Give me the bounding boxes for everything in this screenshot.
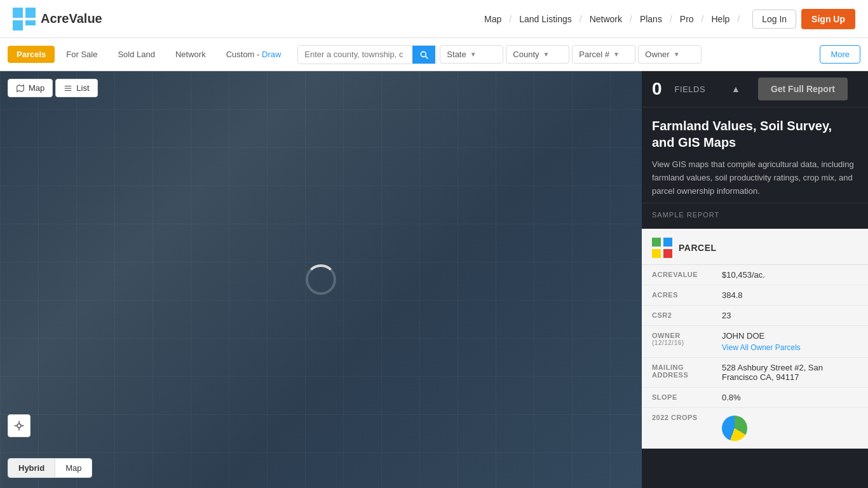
tab-parcels[interactable]: Parcels bbox=[8, 46, 55, 63]
owner-value: JOHN DOE bbox=[722, 331, 801, 341]
csr2-label: CSR2 bbox=[652, 311, 722, 319]
map-icon bbox=[16, 84, 25, 93]
hybrid-button[interactable]: Hybrid bbox=[8, 459, 55, 477]
more-button[interactable]: More bbox=[820, 45, 860, 64]
map-view-label: Map bbox=[29, 83, 44, 93]
acres-row: ACRES 384.8 bbox=[642, 285, 868, 306]
owner-filter-label: Owner bbox=[645, 50, 669, 59]
nav-sep-2: / bbox=[580, 14, 582, 24]
nav-network[interactable]: Network bbox=[585, 11, 627, 27]
location-button[interactable] bbox=[8, 414, 31, 437]
nav-land-listings[interactable]: Land Listings bbox=[514, 11, 577, 27]
fields-count: 0 bbox=[652, 79, 662, 99]
mailing-address-value: 528 Ashbury Street #2, San Francisco CA,… bbox=[722, 363, 858, 382]
svg-rect-14 bbox=[652, 249, 661, 258]
crops-label: 2022 CROPS bbox=[652, 413, 722, 421]
tab-sold-land[interactable]: Sold Land bbox=[109, 46, 164, 63]
csr2-value: 23 bbox=[722, 311, 731, 320]
acres-label: ACRES bbox=[652, 290, 722, 299]
logo-icon bbox=[13, 8, 36, 30]
get-full-report-button[interactable]: Get Full Report bbox=[758, 78, 848, 100]
crosshair-icon bbox=[13, 420, 25, 431]
parcel-filter-label: Parcel # bbox=[579, 50, 609, 59]
state-filter[interactable]: State ▼ bbox=[440, 45, 503, 64]
logo-area: AcreValue bbox=[13, 8, 102, 30]
nav-help[interactable]: Help bbox=[706, 11, 735, 27]
parcel-header-label: PARCEL bbox=[679, 243, 717, 253]
toolbar: Parcels For Sale Sold Land Network Custo… bbox=[0, 38, 868, 71]
loading-spinner bbox=[306, 264, 336, 295]
search-icon bbox=[419, 50, 429, 60]
state-chevron-icon: ▼ bbox=[470, 51, 477, 58]
svg-rect-2 bbox=[13, 20, 23, 30]
acrevalue-label: ACREVALUE bbox=[652, 270, 722, 278]
owner-filter[interactable]: Owner ▼ bbox=[638, 45, 702, 64]
state-filter-label: State bbox=[447, 50, 466, 59]
slope-value: 0.8% bbox=[722, 393, 741, 402]
spinner-animation bbox=[306, 264, 336, 295]
parcel-chevron-icon: ▼ bbox=[613, 51, 620, 58]
tab-custom-draw[interactable]: Custom - Draw bbox=[217, 46, 290, 63]
mailing-address-label: MAILING ADDRESS bbox=[652, 363, 722, 379]
acres-value: 384.8 bbox=[722, 290, 743, 300]
list-view-label: List bbox=[76, 83, 89, 93]
sample-report-label: SAMPLE REPORT bbox=[642, 203, 868, 224]
search-input[interactable] bbox=[298, 46, 412, 63]
acrevalue-row: ACREVALUE $10,453/ac. bbox=[642, 265, 868, 285]
panel-description: View GIS maps that compile agricultural … bbox=[652, 158, 858, 198]
list-view-button[interactable]: List bbox=[55, 79, 97, 97]
login-button[interactable]: Log In bbox=[752, 10, 796, 29]
svg-rect-15 bbox=[663, 249, 672, 258]
crops-pie-chart bbox=[722, 416, 747, 441]
search-box bbox=[297, 45, 437, 64]
svg-rect-3 bbox=[25, 20, 36, 25]
map-view-button[interactable]: Map bbox=[8, 79, 53, 97]
list-icon bbox=[64, 84, 72, 93]
svg-rect-12 bbox=[652, 238, 661, 247]
nav-plans[interactable]: Plans bbox=[635, 11, 667, 27]
county-filter-label: County bbox=[513, 50, 539, 59]
slope-row: SLOPE 0.8% bbox=[642, 388, 868, 408]
nav-sep-6: / bbox=[737, 14, 740, 24]
nav-map[interactable]: Map bbox=[479, 11, 506, 27]
panel-title: Farmland Values, Soil Survey, and GIS Ma… bbox=[652, 118, 858, 151]
nav-sep-1: / bbox=[509, 14, 512, 24]
search-button[interactable] bbox=[412, 46, 435, 64]
view-all-owner-parcels-link[interactable]: View All Owner Parcels bbox=[722, 343, 801, 352]
tab-for-sale[interactable]: For Sale bbox=[57, 46, 106, 63]
owner-chevron-icon: ▼ bbox=[674, 51, 680, 58]
parcel-filter[interactable]: Parcel # ▼ bbox=[572, 45, 635, 64]
slope-label: SLOPE bbox=[652, 393, 722, 401]
right-panel: 0 FIELDS ▲ Get Full Report Farmland Valu… bbox=[642, 71, 868, 488]
logo-text: AcreValue bbox=[41, 11, 102, 26]
parcel-card-header: PARCEL bbox=[642, 229, 868, 265]
custom-label: Custom - bbox=[226, 50, 262, 59]
panel-header: 0 FIELDS ▲ Get Full Report bbox=[642, 71, 868, 107]
nav-sep-3: / bbox=[630, 14, 632, 24]
header: AcreValue Map / Land Listings / Network … bbox=[0, 0, 868, 38]
mailing-address-row: MAILING ADDRESS 528 Ashbury Street #2, S… bbox=[642, 358, 868, 388]
collapse-button[interactable]: ▲ bbox=[731, 84, 740, 94]
county-filter[interactable]: County ▼ bbox=[506, 45, 569, 64]
map-view-controls: Map List bbox=[8, 79, 98, 97]
owner-date: (12/12/16) bbox=[652, 339, 722, 346]
svg-rect-1 bbox=[25, 8, 36, 18]
svg-rect-0 bbox=[13, 8, 23, 18]
owner-row: OWNER (12/12/16) JOHN DOE View All Owner… bbox=[642, 326, 868, 358]
nav-sep-4: / bbox=[670, 14, 672, 24]
signup-button[interactable]: Sign Up bbox=[801, 9, 855, 29]
sample-report-card: PARCEL ACREVALUE $10,453/ac. ACRES 384.8… bbox=[642, 229, 868, 449]
draw-label: Draw bbox=[262, 50, 281, 59]
map-background: Map List bbox=[0, 71, 642, 488]
csr2-row: CSR2 23 bbox=[642, 306, 868, 326]
map-type-button[interactable]: Map bbox=[55, 459, 92, 477]
county-chevron-icon: ▼ bbox=[543, 51, 550, 58]
parcel-icon bbox=[652, 238, 672, 258]
map-area[interactable]: Map List bbox=[0, 71, 642, 488]
tab-network[interactable]: Network bbox=[166, 46, 215, 63]
svg-rect-13 bbox=[663, 238, 672, 247]
panel-title-section: Farmland Values, Soil Survey, and GIS Ma… bbox=[642, 107, 868, 203]
map-type-controls: Hybrid Map bbox=[8, 458, 92, 478]
owner-label: OWNER (12/12/16) bbox=[652, 331, 722, 346]
nav-pro[interactable]: Pro bbox=[675, 11, 699, 27]
